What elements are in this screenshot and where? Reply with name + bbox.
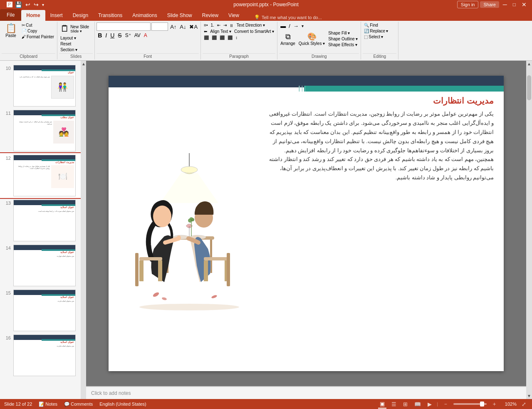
- line-spacing-btn[interactable]: ↕: [234, 35, 239, 40]
- normal-view-btn[interactable]: ▣: [378, 400, 386, 409]
- increase-font-btn[interactable]: A↑: [169, 23, 178, 30]
- tab-design[interactable]: Design: [68, 10, 93, 21]
- shape-line-btn[interactable]: /: [287, 22, 292, 30]
- tab-file[interactable]: File: [0, 9, 21, 21]
- slide-thumbnail-14[interactable]: 14 عنوان اسلاید متن محتوای اسلاید چهارده…: [0, 243, 81, 288]
- slide-thumb-11: عنوان مطلب 💑 متن توضیحی برای این اسلاید …: [13, 110, 76, 151]
- select-button[interactable]: ⬚ Select ▾: [363, 34, 384, 40]
- font-color-button[interactable]: A: [143, 32, 148, 39]
- shape-fill-button[interactable]: Shape Fill ▾: [327, 30, 359, 36]
- shape-outline-button[interactable]: Shape Outline ▾: [327, 36, 359, 42]
- tab-animations[interactable]: Animations: [127, 10, 162, 21]
- redo-btn[interactable]: ↪: [33, 0, 40, 9]
- align-right-para-btn[interactable]: ⬛: [218, 35, 226, 40]
- reset-button[interactable]: Reset: [59, 41, 72, 47]
- copy-button[interactable]: 📄Copy: [20, 28, 55, 34]
- strikethrough-button[interactable]: S: [116, 32, 123, 39]
- fit-slide-btn[interactable]: ⤢: [520, 400, 528, 408]
- zoom-out-btn[interactable]: －: [441, 399, 450, 409]
- undo-btn[interactable]: ↩: [25, 0, 31, 9]
- minimize-btn[interactable]: ─: [501, 1, 509, 8]
- tab-review[interactable]: Review: [197, 10, 223, 21]
- paste-button[interactable]: 📋 Paste: [2, 22, 20, 39]
- font-name-input[interactable]: [97, 22, 151, 31]
- cut-button[interactable]: ✂Cut: [20, 22, 55, 28]
- signin-btn[interactable]: Sign in: [457, 1, 479, 8]
- tab-view[interactable]: View: [223, 10, 244, 21]
- scroll-thumb[interactable]: [527, 75, 531, 100]
- save-btn[interactable]: 💾: [14, 0, 23, 9]
- svg-point-24: [152, 292, 160, 298]
- slide-thumbnail-11[interactable]: 11 عنوان مطلب 💑 متن توضیحی برای این اسلا…: [0, 108, 81, 153]
- text-shadow-button[interactable]: S⁺: [124, 32, 132, 39]
- slideshow-btn[interactable]: ▶: [426, 400, 433, 408]
- decrease-font-btn[interactable]: A↓: [178, 23, 187, 30]
- svg-point-25: [161, 297, 167, 301]
- columns-btn[interactable]: ⫼: [228, 22, 235, 28]
- scroll-up-btn[interactable]: ▲: [82, 62, 86, 66]
- language-indicator[interactable]: English (United States): [99, 402, 146, 407]
- clear-format-btn[interactable]: ✖A: [188, 23, 199, 30]
- notes-icon[interactable]: 📝 Notes: [39, 402, 57, 407]
- align-left-btn[interactable]: ⬅: [203, 29, 208, 34]
- customize-qa-btn[interactable]: ▾: [41, 2, 45, 8]
- char-spacing-button[interactable]: AV: [133, 32, 142, 39]
- shape-arrow-btn[interactable]: →: [292, 22, 300, 30]
- convert-smartart-btn[interactable]: Convert to SmartArt ▾: [233, 29, 275, 34]
- shape-rect-btn[interactable]: ▬: [279, 22, 287, 30]
- slide-outer: ▲: [81, 61, 532, 399]
- section-button[interactable]: Section ▾: [59, 47, 79, 52]
- text-direction-btn[interactable]: Text Direction ▾: [235, 22, 266, 28]
- close-btn[interactable]: ✕: [520, 1, 529, 8]
- slide-thumbnail-13[interactable]: 13 عنوان اسلاید متن محتوای اسلاید سیزده …: [0, 198, 81, 243]
- tab-slideshow[interactable]: Slide Show: [162, 10, 197, 21]
- numbering-btn[interactable]: 1.: [210, 22, 215, 28]
- arrange-button[interactable]: ⧉ Arrange: [279, 32, 297, 47]
- shape-effects-button[interactable]: Shape Effects ▾: [327, 42, 359, 47]
- right-scrollbar[interactable]: ▲ ▼: [526, 61, 532, 399]
- layout-button[interactable]: Layout ▾: [59, 35, 77, 41]
- share-btn[interactable]: Share: [480, 1, 499, 8]
- quick-styles-button[interactable]: 🎨 Quick Styles ▾: [297, 31, 326, 47]
- underline-button[interactable]: U: [109, 32, 116, 39]
- slide-thumbnail-12[interactable]: 12 مدیریت انتظارات 🍽️ یکی از مهم‌ترین عو…: [0, 153, 81, 198]
- slide-thumbnail-16[interactable]: 16 عنوان اسلاید متن محتوای اسلاید شانزده…: [0, 333, 81, 378]
- italic-button[interactable]: I: [104, 32, 108, 39]
- tab-home[interactable]: Home: [21, 10, 45, 21]
- bullets-btn[interactable]: ≡•: [203, 22, 209, 28]
- slide-canvas-area[interactable]: مدیریت انتظارات یکی از مهم‌ترین عوامل مو…: [86, 61, 526, 386]
- tab-insert[interactable]: Insert: [45, 10, 68, 21]
- find-button[interactable]: 🔍 Find: [363, 22, 379, 28]
- zoom-slider[interactable]: [453, 403, 487, 405]
- replace-button[interactable]: 🔄 Replace ▾: [363, 28, 389, 34]
- zoom-level[interactable]: 102%: [502, 402, 517, 407]
- reading-view-btn[interactable]: 📖: [413, 400, 423, 408]
- decrease-indent-btn[interactable]: ⇤: [216, 22, 222, 28]
- outline-view-btn[interactable]: ☰: [390, 400, 398, 408]
- scroll-down-arrow[interactable]: ▼: [526, 393, 532, 399]
- maximize-btn[interactable]: □: [511, 2, 518, 7]
- zoom-in-btn[interactable]: ＋: [490, 399, 499, 409]
- align-text-btn[interactable]: Align Text ▾: [209, 29, 233, 34]
- center-para-btn[interactable]: ⬛: [210, 35, 218, 40]
- scroll-up-arrow[interactable]: ▲: [526, 61, 532, 67]
- slide-title: مدیریت انتظارات: [267, 96, 494, 106]
- shape-more-btn[interactable]: ▾: [300, 22, 305, 30]
- comments-icon[interactable]: 💬 Comments: [64, 402, 93, 407]
- svg-rect-16: [139, 260, 144, 281]
- notes-placeholder[interactable]: Click to add notes: [86, 387, 526, 399]
- format-painter-button[interactable]: 🖌Format Painter: [20, 34, 55, 40]
- bold-button[interactable]: B: [97, 32, 103, 39]
- justify-para-btn[interactable]: ⬛: [226, 35, 234, 40]
- select-icon: ⬚: [364, 35, 368, 39]
- tell-me-box[interactable]: 💡 Tell me what you want to do...: [251, 14, 325, 21]
- tab-transitions[interactable]: Transitions: [93, 10, 127, 21]
- font-size-input[interactable]: [151, 22, 168, 31]
- increase-indent-btn[interactable]: ⇥: [222, 22, 228, 28]
- slide-thumbnail-15[interactable]: 15 عنوان اسلاید متن محتوای اسلاید پانزده…: [0, 288, 81, 333]
- new-slide-button[interactable]: 🗒 New Slide Slide ▾: [59, 22, 90, 35]
- align-left-para-btn[interactable]: ⬛: [203, 35, 210, 40]
- slide-sorter-btn[interactable]: ⊞: [401, 400, 409, 408]
- slide-thumbnail-10[interactable]: 10 عنوان 👫 متن نمونه برای اسلاید ده که د…: [0, 63, 81, 108]
- svg-point-13: [153, 206, 171, 227]
